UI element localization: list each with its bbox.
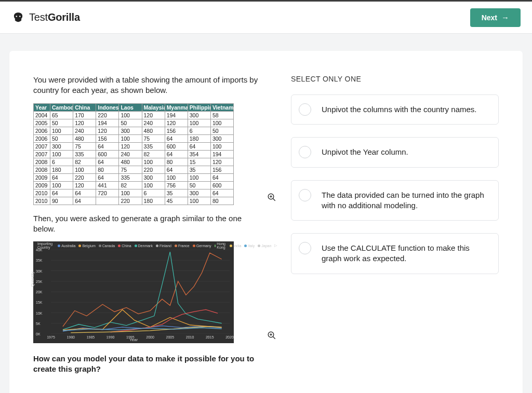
chart-legend: Importing CountryAustraliaBelgiumCanadaC… [37, 243, 224, 248]
table-row: 20071003356002408264354194 [34, 150, 234, 158]
legend-dot-icon [215, 245, 216, 247]
series-line [63, 252, 222, 330]
legend-item: Canada [99, 244, 115, 248]
table-figure: YearCambodiaChinaIndonesiaLaosMalaysiaMy… [33, 103, 262, 205]
legend-more-icon[interactable]: ▷ [274, 243, 277, 248]
table-row: 20055012019450240120100100 [34, 119, 234, 127]
question-content: You were provided with a table showing t… [33, 75, 262, 375]
x-axis-label: Year [129, 337, 138, 342]
gorilla-head-icon [11, 11, 25, 24]
svg-line-16 [273, 336, 275, 339]
svg-point-1 [19, 16, 21, 17]
legend-item: France [175, 244, 190, 248]
y-tick: 0K [36, 332, 41, 336]
radio-icon [299, 242, 311, 254]
legend-dot-icon [258, 245, 260, 247]
table-header: Laos [119, 103, 142, 111]
legend-item: Germany [193, 244, 211, 248]
plot-area [51, 250, 230, 334]
legend-dot-icon [244, 245, 247, 247]
question-card: You were provided with a table showing t… [9, 51, 523, 393]
legend-dot-icon [118, 245, 121, 247]
radio-icon [299, 189, 311, 201]
legend-dot-icon [193, 245, 195, 247]
option-1[interactable]: Unpivot the columns with the country nam… [291, 94, 499, 125]
legend-item: China [118, 244, 131, 248]
imports-table: YearCambodiaChinaIndonesiaLaosMalaysiaMy… [33, 103, 234, 205]
page-body: You were provided with a table showing t… [0, 33, 532, 393]
table-header: Cambodia [50, 103, 73, 111]
table-row: 200818010080752206435156 [34, 166, 234, 173]
table-row: 2009642206433530010010064 [34, 173, 234, 181]
x-tick: 2005 [166, 335, 175, 339]
table-row: 2007300756412033560064100 [34, 142, 234, 150]
y-tick: 25K [36, 279, 42, 283]
legend-dot-icon [78, 245, 81, 247]
x-tick: 2015 [206, 335, 214, 339]
table-header: Malaysia [142, 103, 165, 111]
x-tick: 2020 [225, 335, 234, 339]
chart-figure: Importing CountryAustraliaBelgiumCanadaC… [33, 241, 262, 343]
answer-panel: SELECT ONLY ONE Unpivot the columns with… [291, 75, 499, 375]
x-tick: 1975 [47, 335, 55, 339]
table-row: 20046517022010012019430058 [34, 111, 234, 119]
option-3[interactable]: The data provided can be turned into the… [291, 180, 499, 221]
legend-dot-icon [156, 245, 158, 247]
legend-item: Australia [58, 244, 75, 248]
y-tick: 30K [36, 269, 42, 273]
svg-line-3 [273, 198, 275, 201]
x-tick: 2000 [146, 335, 154, 339]
legend-dot-icon [230, 245, 232, 247]
question-prompt: How can you model your data to make it p… [33, 354, 262, 375]
x-tick: 1985 [87, 335, 95, 339]
series-line [63, 253, 222, 327]
option-4[interactable]: Use the CALCULATE function to make this … [291, 233, 499, 274]
x-tick: 1980 [66, 335, 75, 339]
logo: TestGorilla [11, 11, 80, 24]
options-list: Unpivot the columns with the country nam… [291, 94, 499, 274]
table-header: Philippines [188, 103, 210, 111]
table-header: China [73, 103, 96, 111]
y-tick: 10K [36, 311, 42, 315]
legend-dot-icon [58, 245, 60, 247]
table-row: 2008682644801008015120 [34, 158, 234, 166]
y-tick: 15K [36, 301, 42, 304]
option-label: Use the CALCULATE function to make this … [322, 243, 470, 263]
legend-item: Hong Kong [215, 242, 227, 249]
table-row: 2006100240120300480156650 [34, 127, 234, 134]
y-tick: 35K [36, 259, 42, 262]
table-header: Indonesia [96, 103, 119, 111]
option-2[interactable]: Unpivot the Year column. [291, 137, 499, 167]
legend-dot-icon [99, 245, 101, 247]
answer-instruction: SELECT ONLY ONE [291, 75, 499, 83]
radio-icon [299, 146, 311, 158]
legend-item: India [230, 244, 241, 248]
logo-text: TestGorilla [29, 11, 80, 23]
table-row: 2006504801561007564180300 [34, 134, 234, 142]
x-tick: 2010 [186, 335, 194, 339]
table-header: Vietnam [210, 103, 233, 111]
legend-item: Belgium [78, 244, 95, 248]
svg-point-0 [16, 16, 17, 17]
quantity-chart: Importing CountryAustraliaBelgiumCanadaC… [33, 241, 234, 343]
table-header: Myanmar [165, 103, 188, 111]
arrow-right-icon: → [501, 13, 509, 21]
zoom-icon[interactable] [267, 331, 276, 340]
y-tick: 20K [36, 290, 42, 294]
table-row: 2010646472010063530064 [34, 189, 234, 197]
zoom-icon[interactable] [267, 193, 276, 202]
legend-item: Japan [258, 244, 271, 248]
legend-item: Denmark [135, 244, 153, 248]
legend-item: Italy [244, 244, 255, 248]
option-label: Unpivot the Year column. [322, 147, 408, 156]
after-table-paragraph: Then, you were asked to generate a graph… [33, 213, 262, 235]
radio-icon [299, 103, 311, 116]
option-label: Unpivot the columns with the country nam… [322, 105, 476, 114]
next-button[interactable]: Next → [470, 8, 521, 27]
legend-dot-icon [135, 245, 137, 247]
top-bar: TestGorilla Next → [0, 0, 532, 33]
option-label: The data provided can be turned into the… [322, 191, 484, 210]
intro-paragraph: You were provided with a table showing t… [33, 75, 262, 96]
table-row: 20091001204418210075650600 [34, 181, 234, 189]
next-button-label: Next [482, 13, 497, 22]
